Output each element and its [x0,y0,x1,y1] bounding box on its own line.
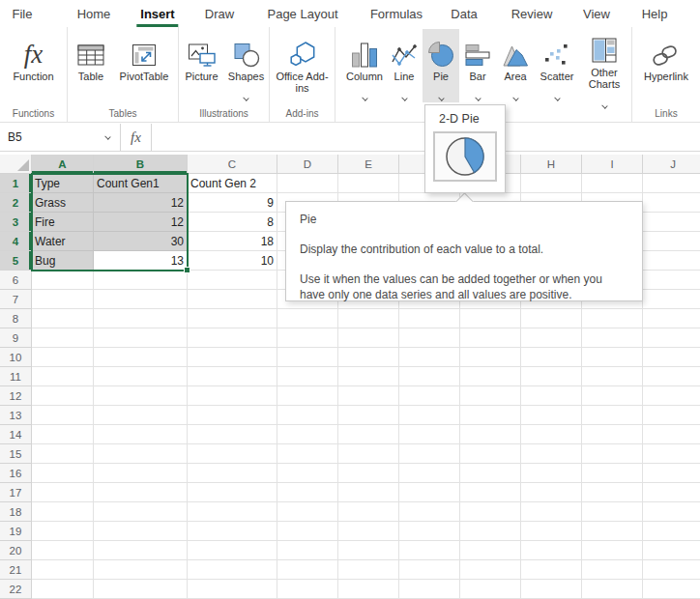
cell-F10[interactable] [399,348,460,367]
cell-A3[interactable]: Fire [32,213,94,232]
cell-B2[interactable]: 12 [94,193,188,213]
cell-C13[interactable] [188,406,277,425]
cell-F13[interactable] [399,406,460,425]
cell-A16[interactable] [32,464,94,483]
menu-tab-help[interactable]: Help [642,7,668,21]
cell-H20[interactable] [521,541,582,560]
cell-A22[interactable] [32,580,94,599]
cell-C15[interactable] [188,444,277,464]
cell-B12[interactable] [94,386,188,406]
column-header-D[interactable]: D [277,155,338,174]
cell-G9[interactable] [460,328,521,348]
row-header-9[interactable]: 9 [0,328,32,348]
cell-F11[interactable] [399,367,460,386]
cell-H9[interactable] [521,328,582,348]
cell-J12[interactable] [643,386,700,406]
cell-J9[interactable] [643,328,700,348]
cell-B3[interactable]: 12 [94,213,188,232]
cell-J1[interactable] [643,174,700,193]
cell-H22[interactable] [521,580,582,599]
cell-I16[interactable] [582,464,643,483]
row-header-21[interactable]: 21 [0,560,32,580]
cell-A1[interactable]: Type [32,174,94,193]
cell-H8[interactable] [521,309,582,328]
cell-I19[interactable] [582,522,643,541]
menu-tab-data[interactable]: Data [451,7,477,21]
cell-J18[interactable] [643,502,700,522]
cell-F22[interactable] [399,580,460,599]
cell-F15[interactable] [399,444,460,464]
cell-C10[interactable] [188,348,277,367]
cell-C11[interactable] [188,367,277,386]
cell-D19[interactable] [277,522,338,541]
cell-F21[interactable] [399,560,460,580]
picture-button[interactable]: Picture [180,29,224,102]
cell-B10[interactable] [94,348,188,367]
column-header-I[interactable]: I [582,155,643,174]
row-header-22[interactable]: 22 [0,580,32,599]
cell-B14[interactable] [94,425,188,444]
cell-H17[interactable] [521,483,582,502]
cell-H16[interactable] [521,464,582,483]
table-button[interactable]: Table [70,29,112,102]
cell-I11[interactable] [582,367,643,386]
area-chart-button[interactable]: Area [496,29,535,102]
cell-B4[interactable]: 30 [94,232,188,251]
menu-tab-page-layout[interactable]: Page Layout [267,7,337,21]
cell-H1[interactable] [521,174,582,193]
cell-J7[interactable] [643,290,700,309]
row-header-13[interactable]: 13 [0,406,32,425]
cell-C20[interactable] [188,541,277,560]
pivottable-button[interactable]: PivotTable [112,29,176,102]
cell-H12[interactable] [521,386,582,406]
column-chart-button[interactable]: Column [343,29,386,102]
cell-G18[interactable] [460,502,521,522]
cell-J10[interactable] [643,348,700,367]
cell-J2[interactable] [643,193,700,213]
cell-G13[interactable] [460,406,521,425]
column-header-C[interactable]: C [188,155,277,174]
cell-I9[interactable] [582,328,643,348]
pie-chart-button[interactable]: Pie [423,29,459,102]
cell-B6[interactable] [94,271,188,290]
cell-E15[interactable] [338,444,399,464]
cell-C22[interactable] [188,580,277,599]
cell-I14[interactable] [582,425,643,444]
cell-H18[interactable] [521,502,582,522]
office-add-ins-button[interactable]: Office Add-ins [274,29,332,102]
menu-tab-formulas[interactable]: Formulas [370,7,423,21]
row-header-16[interactable]: 16 [0,464,32,483]
cell-B8[interactable] [94,309,188,328]
select-all-corner[interactable] [0,155,32,174]
cell-G16[interactable] [460,464,521,483]
cell-A20[interactable] [32,541,94,560]
row-header-20[interactable]: 20 [0,541,32,560]
cell-I1[interactable] [582,174,643,193]
cell-B18[interactable] [94,502,188,522]
cell-E10[interactable] [338,348,399,367]
cell-D22[interactable] [277,580,338,599]
menu-tab-insert[interactable]: Insert [140,7,174,21]
cell-I21[interactable] [582,560,643,580]
cell-B20[interactable] [94,541,188,560]
cell-J14[interactable] [643,425,700,444]
cell-A7[interactable] [32,290,94,309]
cell-A10[interactable] [32,348,94,367]
row-header-1[interactable]: 1 [0,174,32,193]
row-header-6[interactable]: 6 [0,271,32,290]
cell-E9[interactable] [338,328,399,348]
cell-B19[interactable] [94,522,188,541]
cell-B9[interactable] [94,328,188,348]
cell-C6[interactable] [188,271,277,290]
cell-B13[interactable] [94,406,188,425]
cell-A4[interactable]: Water [32,232,94,251]
fill-handle[interactable] [184,267,190,273]
cell-H14[interactable] [521,425,582,444]
row-header-18[interactable]: 18 [0,502,32,522]
cell-C4[interactable]: 18 [188,232,277,251]
cell-G12[interactable] [460,386,521,406]
row-header-14[interactable]: 14 [0,425,32,444]
row-header-5[interactable]: 5 [0,251,32,271]
cell-B11[interactable] [94,367,188,386]
cell-C12[interactable] [188,386,277,406]
